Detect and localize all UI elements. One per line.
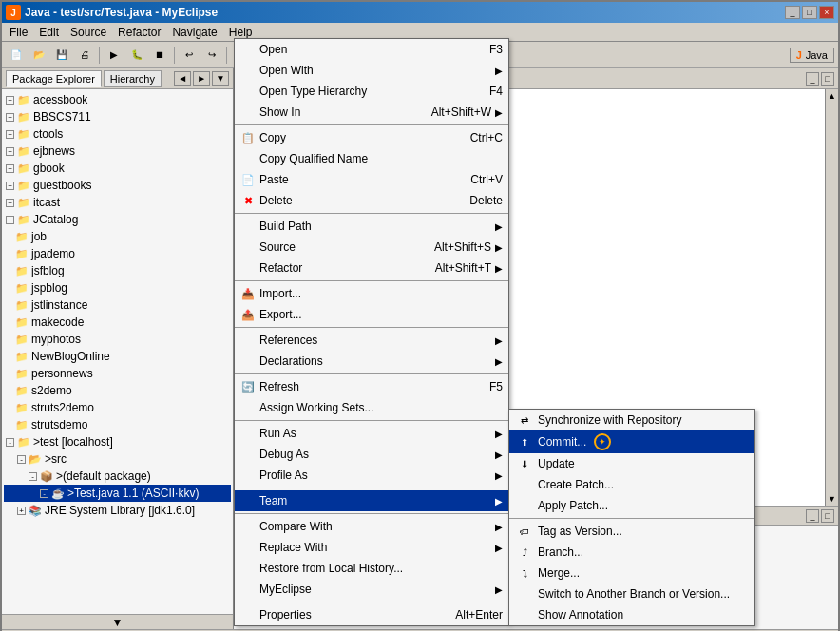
cm-paste[interactable]: 📄 Paste Ctrl+V <box>235 169 508 190</box>
sm-switch-branch[interactable]: Switch to Another Branch or Version... <box>509 583 754 604</box>
tree-item-src[interactable]: - 📂 >src <box>4 450 231 468</box>
outline-minimize[interactable]: _ <box>806 509 819 523</box>
nav-forward[interactable]: ► <box>193 71 210 86</box>
toolbar-run[interactable]: ▶ <box>104 45 124 66</box>
java-perspective-btn[interactable]: J Java <box>790 48 834 63</box>
tree-item-itcast[interactable]: + 📁 itcast <box>4 194 231 211</box>
nav-back[interactable]: ◄ <box>174 71 191 86</box>
sm-commit[interactable]: ⬆ Commit... ✦ <box>509 430 754 453</box>
menu-file[interactable]: File <box>4 24 33 41</box>
tree-item-jpademo[interactable]: 📁 jpademo <box>4 245 231 262</box>
toggle-jre[interactable]: + <box>17 507 26 515</box>
cm-export[interactable]: 📤 Export... <box>235 304 508 325</box>
tree-item-test[interactable]: - 📁 >test [localhost] <box>4 433 231 450</box>
close-button[interactable]: × <box>819 6 834 19</box>
toggle-guestbooks[interactable]: + <box>6 182 14 190</box>
scroll-down[interactable]: ▼ <box>826 492 838 506</box>
tree-item-gbook[interactable]: + 📁 gbook <box>4 160 231 177</box>
tree-item-personnews[interactable]: 📁 personnews <box>4 365 231 382</box>
toggle-jcatalog[interactable]: + <box>6 216 14 224</box>
cm-replace-with[interactable]: Replace With ▶ <box>235 537 508 558</box>
menu-source[interactable]: Source <box>65 24 112 41</box>
toggle-gbook[interactable]: + <box>6 164 14 173</box>
toggle-acessbook[interactable]: + <box>6 96 14 105</box>
tree-item-ctools[interactable]: + 📁 ctools <box>4 125 231 143</box>
toolbar-debug[interactable]: 🐛 <box>126 45 147 66</box>
toggle-default-pkg[interactable]: - <box>29 472 37 481</box>
cm-source[interactable]: Source Alt+Shift+S ▶ <box>235 237 508 258</box>
toggle-bbscs[interactable]: + <box>6 113 14 122</box>
toggle-test[interactable]: - <box>6 438 14 447</box>
tree-item-strutsdemo[interactable]: 📁 strutsdemo <box>4 416 231 433</box>
outline-maximize[interactable]: □ <box>821 509 834 523</box>
tree-item-guestbooks[interactable]: + 📁 guestbooks <box>4 177 231 194</box>
cm-profile-as[interactable]: Profile As ▶ <box>235 465 508 486</box>
tree-item-acessbook[interactable]: + 📁 acessbook <box>4 91 231 108</box>
tab-hierarchy[interactable]: Hierarchy <box>104 70 162 87</box>
tree-item-myphotos[interactable]: 📁 myphotos <box>4 331 231 348</box>
sm-create-patch[interactable]: Create Patch... <box>509 474 754 495</box>
sm-synchronize[interactable]: ⇄ Synchronize with Repository <box>509 410 754 430</box>
maximize-button[interactable]: □ <box>802 6 817 19</box>
tree-item-ejbnews[interactable]: + 📁 ejbnews <box>4 143 231 160</box>
tree-item-jspblog[interactable]: 📁 jspblog <box>4 279 231 296</box>
cm-copy-qualified[interactable]: Copy Qualified Name <box>235 148 508 169</box>
cm-open-with[interactable]: Open With ▶ <box>235 60 508 81</box>
editor-maximize[interactable]: □ <box>821 72 834 86</box>
sm-annotation[interactable]: Show Annotation <box>509 604 754 625</box>
tree-item-newblogonline[interactable]: 📁 NewBlogOnline <box>4 348 231 365</box>
editor-minimize[interactable]: _ <box>806 72 819 86</box>
toolbar-open[interactable]: 📂 <box>29 45 49 66</box>
tree-item-testjava[interactable]: - ☕ >Test.java 1.1 (ASCII·kkv) <box>4 485 231 502</box>
menu-navigate[interactable]: Navigate <box>166 24 222 41</box>
toggle-ejbnews[interactable]: + <box>6 147 14 156</box>
cm-debug-as[interactable]: Debug As ▶ <box>235 444 508 465</box>
sm-update[interactable]: ⬇ Update <box>509 453 754 474</box>
toggle-testjava[interactable]: - <box>40 489 48 498</box>
toggle-itcast[interactable]: + <box>6 199 14 207</box>
vertical-scrollbar[interactable]: ▲ ▼ <box>825 89 838 506</box>
scroll-arrow-down[interactable]: ▼ <box>2 614 233 629</box>
cm-open-hierarchy[interactable]: Open Type Hierarchy F4 <box>235 81 508 102</box>
tree-item-struts2demo[interactable]: 📁 struts2demo <box>4 399 231 416</box>
tree-item-makecode[interactable]: 📁 makecode <box>4 314 231 331</box>
cm-build-path[interactable]: Build Path ▶ <box>235 216 508 237</box>
cm-myeclipse[interactable]: MyEclipse ▶ <box>235 579 508 600</box>
sm-merge[interactable]: ⤵ Merge... <box>509 563 754 583</box>
tree-item-jre[interactable]: + 📚 JRE System Library [jdk1.6.0] <box>4 502 231 519</box>
cm-references[interactable]: References ▶ <box>235 330 508 351</box>
toolbar-save[interactable]: 💾 <box>51 45 72 66</box>
menu-refactor[interactable]: Refactor <box>112 24 166 41</box>
cm-declarations[interactable]: Declarations ▶ <box>235 351 508 372</box>
cm-refactor[interactable]: Refactor Alt+Shift+T ▶ <box>235 258 508 278</box>
tree-item-job[interactable]: 📁 job <box>4 228 231 245</box>
cm-refresh[interactable]: 🔄 Refresh F5 <box>235 376 508 397</box>
toolbar-new[interactable]: 📄 <box>6 45 27 66</box>
toggle-src[interactable]: - <box>17 455 26 464</box>
tree-item-bbscs[interactable]: + 📁 BBSCS711 <box>4 108 231 125</box>
sm-branch[interactable]: ⤴ Branch... <box>509 542 754 563</box>
tree-item-default-pkg[interactable]: - 📦 >(default package) <box>4 468 231 485</box>
sm-tag[interactable]: 🏷 Tag as Version... <box>509 521 754 542</box>
toggle-ctools[interactable]: + <box>6 130 14 139</box>
tree-item-jcatalog[interactable]: + 📁 JCatalog <box>4 211 231 228</box>
cm-run-as[interactable]: Run As ▶ <box>235 423 508 444</box>
toolbar-stop[interactable]: ⏹ <box>149 45 170 66</box>
tree-item-s2demo[interactable]: 📁 s2demo <box>4 382 231 399</box>
panel-menu[interactable]: ▼ <box>212 71 229 86</box>
toolbar-print[interactable]: 🖨 <box>74 45 95 66</box>
menu-edit[interactable]: Edit <box>33 24 65 41</box>
cm-delete[interactable]: ✖ Delete Delete <box>235 190 508 211</box>
cm-import[interactable]: 📥 Import... <box>235 283 508 304</box>
tab-package-explorer[interactable]: Package Explorer <box>6 70 102 87</box>
cm-copy[interactable]: 📋 Copy Ctrl+C <box>235 127 508 148</box>
cm-open[interactable]: Open F3 <box>235 39 508 60</box>
sm-apply-patch[interactable]: Apply Patch... <box>509 495 754 516</box>
tree-item-jsfblog[interactable]: 📁 jsfblog <box>4 262 231 279</box>
cm-show-in[interactable]: Show In Alt+Shift+W ▶ <box>235 102 508 123</box>
minimize-button[interactable]: _ <box>785 6 800 19</box>
cm-compare-with[interactable]: Compare With ▶ <box>235 516 508 537</box>
cm-restore-local[interactable]: Restore from Local History... <box>235 558 508 579</box>
tree-item-jstlinstance[interactable]: 📁 jstlinstance <box>4 296 231 314</box>
cm-assign-working-sets[interactable]: Assign Working Sets... <box>235 397 508 418</box>
